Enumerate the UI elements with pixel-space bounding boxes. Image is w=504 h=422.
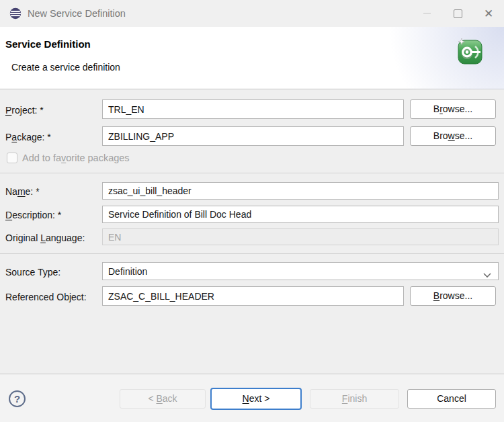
help-button[interactable]: ?	[9, 390, 26, 407]
close-button[interactable]: ✕	[473, 0, 504, 27]
original-language-input	[102, 228, 499, 245]
next-button[interactable]: Next >	[210, 388, 302, 410]
name-input[interactable]	[102, 182, 499, 200]
finish-button: Finish	[310, 389, 399, 409]
separator	[0, 253, 504, 254]
back-button: < Back	[120, 389, 206, 409]
separator	[0, 173, 504, 173]
project-label: Project: *	[5, 105, 44, 116]
wizard-title: Service Definition	[5, 38, 91, 50]
minimize-button[interactable]	[411, 0, 442, 27]
minimize-icon	[423, 13, 431, 14]
maximize-button[interactable]	[442, 0, 473, 27]
description-label: Description: *	[5, 210, 61, 220]
source-type-label: Source Type:	[5, 267, 60, 278]
project-browse-button[interactable]: Browse...	[410, 99, 496, 119]
window-title: New Service Definition	[28, 8, 126, 19]
package-browse-button[interactable]: Browse...	[410, 126, 496, 146]
close-icon: ✕	[484, 8, 493, 19]
source-type-value: Definition	[108, 266, 147, 277]
name-label: Name: *	[5, 186, 40, 197]
referenced-object-browse-button[interactable]: Browse...	[410, 286, 496, 306]
referenced-object-label: Referenced Object:	[5, 292, 87, 302]
service-definition-icon	[456, 36, 485, 67]
maximize-icon	[454, 9, 462, 18]
wizard-subtitle: Create a service definition	[11, 62, 120, 73]
new-service-definition-dialog: New Service Definition ✕ Service Definit…	[0, 0, 504, 422]
titlebar: New Service Definition ✕	[0, 0, 504, 27]
description-input[interactable]	[102, 206, 499, 223]
eclipse-logo-icon	[9, 7, 22, 19]
favorite-packages-checkbox[interactable]	[7, 153, 17, 163]
project-input[interactable]	[102, 99, 404, 119]
favorite-packages-label: Add to favorite packages	[22, 153, 130, 163]
cancel-button[interactable]: Cancel	[407, 389, 496, 409]
package-input[interactable]	[102, 126, 404, 146]
referenced-object-input[interactable]	[102, 286, 404, 306]
wizard-banner: Service Definition Create a service defi…	[0, 27, 504, 89]
chevron-down-icon	[483, 269, 491, 280]
favorite-packages-row: Add to favorite packages	[7, 153, 130, 163]
original-language-label: Original Language:	[5, 233, 85, 243]
source-type-select[interactable]: Definition	[102, 262, 499, 280]
window-controls: ✕	[411, 0, 504, 27]
package-label: Package: *	[5, 132, 51, 142]
